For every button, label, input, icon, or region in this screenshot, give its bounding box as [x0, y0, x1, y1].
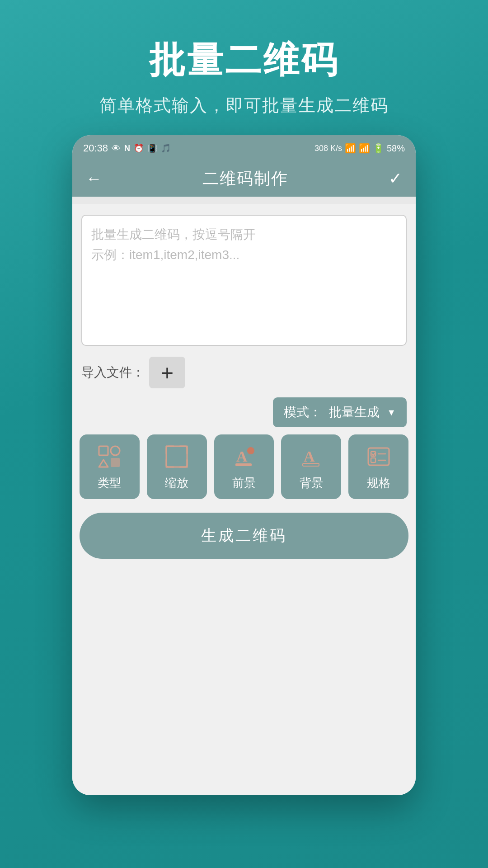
scale-button[interactable]: 缩放 [147, 434, 207, 499]
svg-rect-3 [111, 458, 120, 467]
signal-icon: 📶 [359, 143, 370, 154]
mode-arrow-icon: ▼ [387, 407, 396, 418]
svg-marker-2 [99, 460, 108, 467]
mode-label: 模式： [284, 404, 322, 421]
status-right: 308 K/s 📶 📶 🔋 58% [314, 143, 405, 154]
status-left: 20:38 👁 N ⏰ 📳 🎵 [83, 142, 171, 154]
back-button[interactable]: ← [86, 169, 102, 188]
type-button[interactable]: 类型 [80, 434, 140, 499]
batch-input[interactable] [81, 215, 407, 346]
import-file-button[interactable]: + [149, 357, 185, 388]
phone-frame: 20:38 👁 N ⏰ 📳 🎵 308 K/s 📶 📶 🔋 58% ← 二维码制… [72, 135, 416, 795]
tool-buttons-row: 类型 [72, 434, 416, 508]
svg-rect-14 [235, 463, 252, 466]
foreground-button[interactable]: A 前景 [214, 434, 274, 499]
foreground-label: 前景 [232, 475, 256, 491]
page-title: 批量二维码 [18, 36, 470, 85]
svg-point-1 [111, 446, 120, 455]
vibrate-icon: 📳 [147, 143, 157, 153]
content-area: 导入文件： + 模式： 批量生成 ▼ [72, 197, 416, 795]
svg-rect-0 [99, 446, 108, 455]
scale-icon [163, 443, 191, 471]
shapes-icon [95, 443, 123, 471]
music-icon: 🎵 [161, 143, 171, 153]
network-speed: 308 K/s [314, 144, 342, 153]
text-input-wrapper [81, 215, 407, 348]
alarm-icon: ⏰ [134, 143, 144, 153]
svg-rect-21 [371, 458, 375, 462]
mode-row: 模式： 批量生成 ▼ [72, 397, 416, 434]
spec-icon [365, 443, 393, 471]
spec-button[interactable]: 规格 [348, 434, 408, 499]
svg-point-15 [247, 447, 254, 454]
mode-selector[interactable]: 模式： 批量生成 ▼ [273, 397, 407, 427]
page-subtitle: 简单格式输入，即可批量生成二维码 [18, 94, 470, 117]
status-time: 20:38 [83, 142, 108, 154]
foreground-icon: A [230, 443, 258, 471]
background-icon: A [297, 443, 325, 471]
import-label: 导入文件： [81, 364, 145, 381]
svg-text:A: A [304, 448, 315, 465]
spec-label: 规格 [367, 475, 390, 491]
bottom-space [72, 568, 416, 795]
svg-text:A: A [236, 448, 248, 465]
mode-value: 批量生成 [329, 404, 380, 421]
status-bar: 20:38 👁 N ⏰ 📳 🎵 308 K/s 📶 📶 🔋 58% [72, 135, 416, 160]
battery-percent: 58% [387, 143, 405, 154]
divider [72, 197, 416, 204]
nfc-icon: N [124, 144, 130, 153]
generate-button[interactable]: 生成二维码 [80, 513, 408, 559]
nav-bar: ← 二维码制作 ✓ [72, 160, 416, 197]
page-header: 批量二维码 简单格式输入，即可批量生成二维码 [0, 0, 488, 135]
background-label: 背景 [300, 475, 323, 491]
nav-title: 二维码制作 [202, 168, 288, 190]
scale-label: 缩放 [165, 475, 188, 491]
import-row: 导入文件： + [72, 348, 416, 397]
battery-icon: 🔋 [373, 143, 384, 154]
generate-btn-text: 生成二维码 [201, 527, 287, 544]
confirm-button[interactable]: ✓ [389, 169, 402, 188]
svg-rect-4 [166, 446, 187, 467]
type-label: 类型 [98, 475, 121, 491]
wifi-icon: 📶 [345, 143, 356, 154]
eye-icon: 👁 [112, 143, 121, 154]
svg-rect-17 [303, 463, 319, 466]
background-button[interactable]: A 背景 [281, 434, 341, 499]
